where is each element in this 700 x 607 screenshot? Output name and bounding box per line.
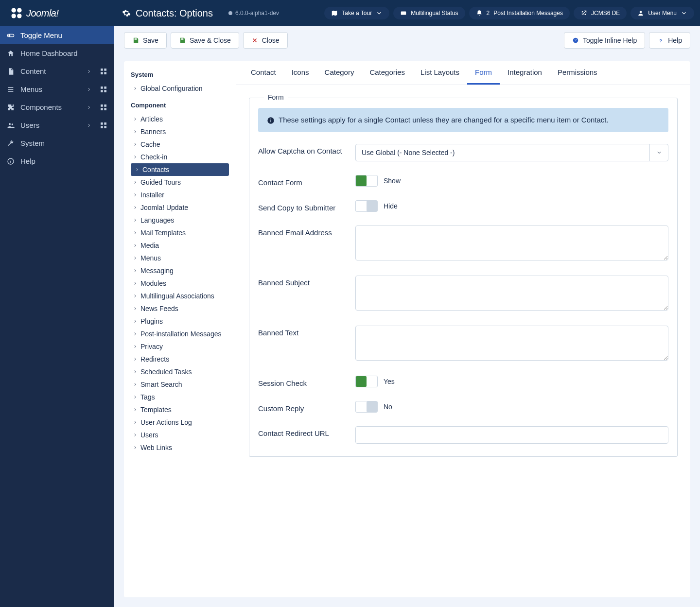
side-link-users[interactable]: Users [131,429,229,441]
take-tour-button[interactable]: Take a Tour [324,7,389,19]
side-link-mail-templates[interactable]: Mail Templates [131,226,229,239]
custom-reply-toggle[interactable] [355,401,378,413]
toggle-inline-help-button[interactable]: ? Toggle Inline Help [564,32,645,49]
tab-list-layouts[interactable]: List Layouts [413,61,467,85]
side-link-modules[interactable]: Modules [131,277,229,290]
chevron-right-icon [133,205,138,210]
close-button[interactable]: Close [243,32,288,49]
side-link-articles[interactable]: Articles [131,113,229,125]
sidebar-components[interactable]: Components [0,98,114,116]
side-link-tags[interactable]: Tags [131,391,229,403]
side-link-cache[interactable]: Cache [131,138,229,151]
save-close-button[interactable]: Save & Close [171,32,239,49]
sidebar-menus[interactable]: Menus [0,80,114,98]
dashboard-icon[interactable] [100,68,107,75]
form-fieldset: Form These settings apply for a single C… [249,98,678,457]
svg-rect-9 [101,69,103,71]
chevron-right-icon [135,167,140,172]
side-link-user-actions-log[interactable]: User Actions Log [131,416,229,429]
chevron-down-icon [681,10,687,17]
sidebar-content[interactable]: Content [0,62,114,80]
side-link-check-in[interactable]: Check-in [131,151,229,163]
chevron-right-icon [133,256,138,260]
banned-subject-input[interactable] [355,276,668,311]
contact-form-toggle[interactable] [355,175,378,187]
sidebar-system[interactable]: System [0,134,114,152]
site-link-button[interactable]: JCMS6 DE [574,7,627,19]
svg-point-2 [12,14,16,18]
user-menu-button[interactable]: User Menu [630,7,694,19]
toggle-state: Yes [384,378,395,385]
tab-category[interactable]: Category [317,61,362,85]
tab-permissions[interactable]: Permissions [550,61,605,85]
side-link-scheduled-tasks[interactable]: Scheduled Tasks [131,365,229,378]
side-link-privacy[interactable]: Privacy [131,340,229,353]
brand-logo[interactable]: Joomla! [6,6,114,20]
side-link-menus[interactable]: Menus [131,252,229,264]
sidebar-toggle-menu[interactable]: Toggle Menu [0,26,114,44]
side-link-news-feeds[interactable]: News Feeds [131,302,229,315]
side-link-contacts[interactable]: Contacts [131,163,229,176]
tabs: ContactIconsCategoryCategoriesList Layou… [236,61,690,85]
dashboard-icon[interactable] [100,121,107,129]
help-button[interactable]: ? Help [649,32,690,49]
side-link-joomla-update[interactable]: Joomla! Update [131,201,229,214]
save-button[interactable]: Save [124,32,167,49]
svg-rect-17 [101,104,103,107]
side-link-media[interactable]: Media [131,239,229,252]
banned-subject-label: Banned Subject [258,276,355,287]
side-link-templates[interactable]: Templates [131,403,229,416]
side-link-installer[interactable]: Installer [131,189,229,201]
side-link-guided-tours[interactable]: Guided Tours [131,176,229,189]
list-icon [7,86,15,93]
dashboard-icon[interactable] [100,104,107,111]
chevron-right-icon [86,122,92,128]
sidebar-users[interactable]: Users [0,116,114,134]
chevron-right-icon [133,281,138,286]
multilingual-status-button[interactable]: Multilingual Status [393,7,465,19]
tab-icons[interactable]: Icons [284,61,317,85]
captcha-select[interactable]: Use Global (- None Selected -) [355,144,668,161]
chevron-right-icon [86,104,92,110]
content: System Global Configuration Component Ar… [114,54,700,607]
side-link-messaging[interactable]: Messaging [131,264,229,277]
svg-text:?: ? [575,38,577,42]
side-link-redirects[interactable]: Redirects [131,353,229,365]
side-heading-component: Component [131,102,229,109]
svg-rect-23 [101,122,103,125]
banned-email-input[interactable] [355,225,668,260]
header: Joomla! Contacts: Options 6.0.0-alpha1-d… [0,0,700,26]
tab-categories[interactable]: Categories [362,61,413,85]
side-link-web-links[interactable]: Web Links [131,441,229,454]
svg-point-4 [228,11,232,15]
side-link-plugins[interactable]: Plugins [131,315,229,328]
side-link-languages[interactable]: Languages [131,214,229,226]
svg-rect-15 [101,90,103,92]
tab-contact[interactable]: Contact [243,61,284,85]
side-link-banners[interactable]: Banners [131,125,229,138]
svg-rect-32 [270,120,271,122]
sidebar-help[interactable]: Help [0,152,114,170]
side-link-multilingual-associations[interactable]: Multilingual Associations [131,290,229,302]
component-sidebar: System Global Configuration Component Ar… [124,61,236,597]
toggle-icon [7,32,15,39]
sidebar-home[interactable]: Home Dashboard [0,44,114,62]
send-copy-toggle[interactable] [355,200,378,212]
redirect-url-input[interactable] [355,426,668,444]
chevron-right-icon [133,395,138,399]
side-link-smart-search[interactable]: Smart Search [131,378,229,391]
tab-form[interactable]: Form [467,61,500,85]
banned-text-input[interactable] [355,326,668,361]
post-install-messages-button[interactable]: 2 Post Installation Messages [469,7,570,19]
dashboard-icon[interactable] [100,86,107,93]
info-box: These settings apply for a single Contac… [258,108,668,132]
file-icon [7,68,15,75]
svg-rect-14 [104,87,106,89]
svg-point-8 [8,35,10,36]
session-check-toggle[interactable] [355,376,378,387]
svg-rect-19 [101,108,103,110]
tab-integration[interactable]: Integration [500,61,550,85]
side-link-global-config[interactable]: Global Configuration [131,82,229,95]
session-check-label: Session Check [258,376,355,387]
side-link-post-installation-messages[interactable]: Post-installation Messages [131,328,229,340]
